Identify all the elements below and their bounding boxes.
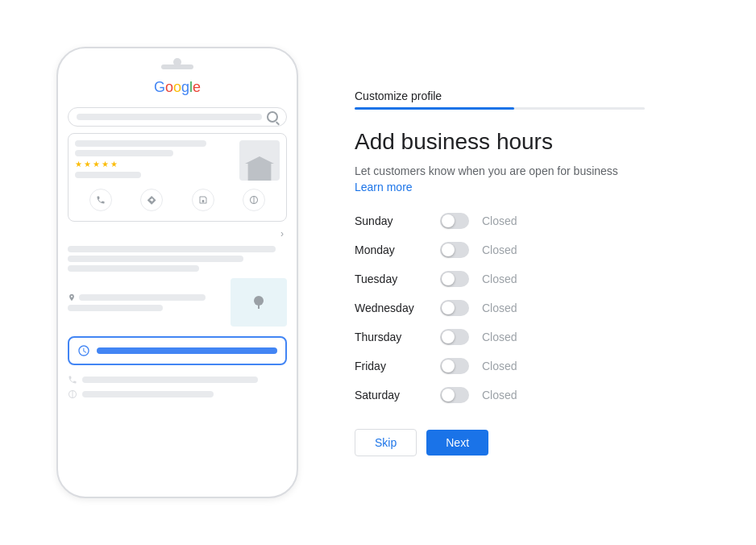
result-card: ★ ★ ★ ★ ★ xyxy=(68,133,287,222)
star-5: ★ xyxy=(110,160,118,168)
search-bar xyxy=(68,107,287,127)
hours-highlight-box xyxy=(68,336,287,365)
day-row: MondayClosed xyxy=(355,242,724,258)
result-header: ★ ★ ★ ★ ★ xyxy=(75,140,280,181)
toggle-thumb-thursday xyxy=(442,331,455,343)
day-status-sunday: Closed xyxy=(482,214,517,227)
step-label: Customize profile xyxy=(355,89,724,102)
next-button[interactable]: Next xyxy=(426,430,488,456)
day-status-thursday: Closed xyxy=(482,331,517,343)
day-status-friday: Closed xyxy=(482,360,517,372)
phone-section: Google ★ ★ xyxy=(32,16,322,529)
toggle-thumb-saturday xyxy=(442,389,455,401)
hours-blue-line xyxy=(97,347,277,354)
bottom-row-1 xyxy=(68,375,287,385)
more-lines xyxy=(68,246,287,272)
page-title: Add business hours xyxy=(355,129,724,155)
toggle-thumb-monday xyxy=(442,243,455,256)
day-name-sunday: Sunday xyxy=(355,214,427,227)
day-row: ThursdayClosed xyxy=(355,329,724,345)
day-row: FridayClosed xyxy=(355,358,724,374)
subtitle: Let customers know when you are open for… xyxy=(355,164,724,177)
toggle-sunday[interactable] xyxy=(440,213,469,229)
search-icon xyxy=(267,111,278,123)
day-row: SaturdayClosed xyxy=(355,387,724,403)
google-logo: Google xyxy=(68,79,287,96)
phone-mockup: Google ★ ★ xyxy=(56,47,298,498)
save-action-icon xyxy=(192,189,214,211)
clock-icon xyxy=(77,344,90,357)
phone-content: Google ★ ★ xyxy=(68,79,287,481)
stars-row: ★ ★ ★ ★ ★ xyxy=(75,160,239,168)
day-status-tuesday: Closed xyxy=(482,272,517,285)
days-list: SundayClosedMondayClosedTuesdayClosedWed… xyxy=(355,213,724,403)
day-name-wednesday: Wednesday xyxy=(355,302,427,314)
star-2: ★ xyxy=(84,160,91,168)
search-bar-line xyxy=(77,114,262,120)
day-name-monday: Monday xyxy=(355,243,427,256)
star-1: ★ xyxy=(75,160,82,168)
directions-action-icon xyxy=(140,189,163,211)
map-section xyxy=(68,278,287,327)
day-status-wednesday: Closed xyxy=(482,302,517,314)
bottom-row-2 xyxy=(68,389,287,399)
map-visual xyxy=(231,278,287,327)
toggle-thumb-wednesday xyxy=(442,302,455,314)
toggle-friday[interactable] xyxy=(440,358,469,374)
toggle-thumb-sunday xyxy=(442,214,455,227)
day-name-friday: Friday xyxy=(355,360,427,372)
star-4: ★ xyxy=(102,160,109,168)
location-pin-icon xyxy=(68,293,76,302)
button-row: Skip Next xyxy=(355,429,724,456)
phone-bottom-icon-1 xyxy=(68,375,77,385)
form-section: Customize profile Add business hours Let… xyxy=(355,73,724,472)
toggle-wednesday[interactable] xyxy=(440,300,469,316)
progress-bar xyxy=(355,107,645,110)
phone-action-icon xyxy=(89,189,112,211)
store-icon xyxy=(239,140,280,181)
day-row: TuesdayClosed xyxy=(355,271,724,287)
store-icon-shape xyxy=(245,156,274,181)
location-row xyxy=(68,293,226,302)
toggle-thursday[interactable] xyxy=(440,329,469,345)
day-name-thursday: Thursday xyxy=(355,331,427,343)
day-name-saturday: Saturday xyxy=(355,389,427,401)
toggle-monday[interactable] xyxy=(440,242,469,258)
result-lines: ★ ★ ★ ★ ★ xyxy=(75,140,239,178)
toggle-tuesday[interactable] xyxy=(440,271,469,287)
phone-bottom-icon-2 xyxy=(68,389,77,399)
day-row: WednesdayClosed xyxy=(355,300,724,316)
map-lines xyxy=(68,278,226,327)
phone-camera xyxy=(173,58,181,66)
toggle-saturday[interactable] xyxy=(440,387,469,403)
progress-fill xyxy=(355,107,514,110)
skip-button[interactable]: Skip xyxy=(355,429,417,456)
day-row: SundayClosed xyxy=(355,213,724,229)
nav-arrow: › xyxy=(68,228,287,239)
day-status-saturday: Closed xyxy=(482,389,517,401)
star-3: ★ xyxy=(93,160,100,168)
web-action-icon xyxy=(243,189,265,211)
action-icons xyxy=(75,185,280,214)
day-status-monday: Closed xyxy=(482,243,517,256)
toggle-thumb-tuesday xyxy=(442,272,455,285)
toggle-thumb-friday xyxy=(442,360,455,372)
day-name-tuesday: Tuesday xyxy=(355,272,427,285)
learn-more-link[interactable]: Learn more xyxy=(355,181,724,193)
map-pin-icon xyxy=(254,296,264,309)
phone-bottom-rows xyxy=(68,372,287,399)
main-container: Google ★ ★ xyxy=(0,0,756,545)
